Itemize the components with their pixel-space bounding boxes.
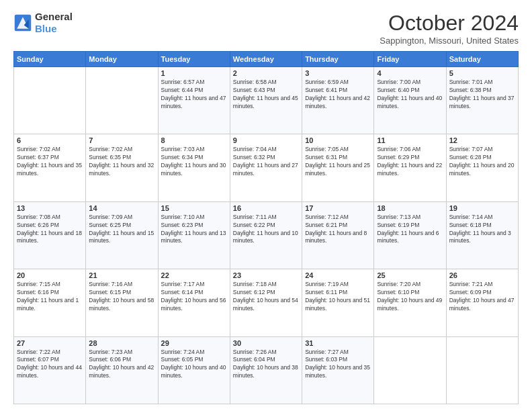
- calendar-week-2: 13Sunrise: 7:08 AM Sunset: 6:26 PM Dayli…: [14, 201, 519, 269]
- calendar-cell: 12Sunrise: 7:07 AM Sunset: 6:28 PM Dayli…: [446, 134, 518, 201]
- day-number: 3: [305, 69, 371, 77]
- day-number: 29: [161, 339, 227, 347]
- page: General Blue October 2024 Sappington, Mi…: [0, 0, 532, 411]
- day-content: Sunrise: 7:05 AM Sunset: 6:31 PM Dayligh…: [305, 146, 371, 178]
- day-number: 23: [233, 271, 299, 279]
- calendar-cell: [374, 336, 446, 404]
- calendar-cell: 31Sunrise: 7:27 AM Sunset: 6:03 PM Dayli…: [302, 336, 374, 404]
- day-number: 24: [305, 271, 371, 279]
- day-number: 6: [17, 136, 83, 144]
- calendar-header-saturday: Saturday: [446, 52, 518, 67]
- calendar-header-monday: Monday: [86, 52, 158, 67]
- day-number: 27: [17, 339, 83, 347]
- day-number: 21: [89, 271, 154, 279]
- day-number: 11: [377, 136, 443, 144]
- calendar-week-0: 1Sunrise: 6:57 AM Sunset: 6:44 PM Daylig…: [14, 67, 519, 134]
- calendar-cell: 7Sunrise: 7:02 AM Sunset: 6:35 PM Daylig…: [86, 134, 158, 201]
- calendar-cell: 22Sunrise: 7:17 AM Sunset: 6:14 PM Dayli…: [158, 269, 230, 336]
- logo: General Blue: [13, 11, 73, 35]
- calendar-cell: 24Sunrise: 7:19 AM Sunset: 6:11 PM Dayli…: [302, 269, 374, 336]
- calendar-cell: 14Sunrise: 7:09 AM Sunset: 6:25 PM Dayli…: [86, 201, 158, 269]
- calendar-cell: 1Sunrise: 6:57 AM Sunset: 6:44 PM Daylig…: [158, 67, 230, 134]
- day-number: 17: [305, 204, 371, 212]
- calendar-cell: 19Sunrise: 7:14 AM Sunset: 6:18 PM Dayli…: [446, 201, 518, 269]
- day-content: Sunrise: 7:11 AM Sunset: 6:22 PM Dayligh…: [233, 214, 299, 246]
- calendar-cell: 20Sunrise: 7:15 AM Sunset: 6:16 PM Dayli…: [14, 269, 86, 336]
- day-content: Sunrise: 7:24 AM Sunset: 6:05 PM Dayligh…: [161, 349, 227, 381]
- calendar-cell: 18Sunrise: 7:13 AM Sunset: 6:19 PM Dayli…: [374, 201, 446, 269]
- calendar-cell: 27Sunrise: 7:22 AM Sunset: 6:07 PM Dayli…: [14, 336, 86, 404]
- calendar-cell: 5Sunrise: 7:01 AM Sunset: 6:38 PM Daylig…: [446, 67, 518, 134]
- calendar-cell: 23Sunrise: 7:18 AM Sunset: 6:12 PM Dayli…: [230, 269, 302, 336]
- calendar-cell: 10Sunrise: 7:05 AM Sunset: 6:31 PM Dayli…: [302, 134, 374, 201]
- day-content: Sunrise: 7:13 AM Sunset: 6:19 PM Dayligh…: [377, 214, 443, 246]
- day-content: Sunrise: 7:18 AM Sunset: 6:12 PM Dayligh…: [233, 281, 299, 313]
- calendar-header-friday: Friday: [374, 52, 446, 67]
- day-content: Sunrise: 7:09 AM Sunset: 6:25 PM Dayligh…: [89, 214, 154, 246]
- day-number: 22: [161, 271, 227, 279]
- day-content: Sunrise: 7:20 AM Sunset: 6:10 PM Dayligh…: [377, 281, 443, 313]
- day-number: 9: [233, 136, 299, 144]
- calendar-header-wednesday: Wednesday: [230, 52, 302, 67]
- calendar-cell: [14, 67, 86, 134]
- month-title: October 2024: [380, 11, 519, 36]
- logo-icon: [13, 13, 32, 32]
- day-content: Sunrise: 7:03 AM Sunset: 6:34 PM Dayligh…: [161, 146, 227, 178]
- day-content: Sunrise: 6:59 AM Sunset: 6:41 PM Dayligh…: [305, 79, 371, 111]
- calendar-cell: 30Sunrise: 7:26 AM Sunset: 6:04 PM Dayli…: [230, 336, 302, 404]
- title-block: October 2024 Sappington, Missouri, Unite…: [380, 11, 519, 46]
- day-number: 4: [377, 69, 443, 77]
- day-number: 19: [449, 204, 515, 212]
- day-number: 1: [161, 69, 227, 77]
- logo-text: General Blue: [35, 11, 73, 35]
- calendar-cell: 13Sunrise: 7:08 AM Sunset: 6:26 PM Dayli…: [14, 201, 86, 269]
- day-content: Sunrise: 6:57 AM Sunset: 6:44 PM Dayligh…: [161, 79, 227, 111]
- calendar-header-sunday: Sunday: [14, 52, 86, 67]
- day-content: Sunrise: 7:12 AM Sunset: 6:21 PM Dayligh…: [305, 214, 371, 246]
- day-number: 28: [89, 339, 154, 347]
- day-content: Sunrise: 7:01 AM Sunset: 6:38 PM Dayligh…: [449, 79, 515, 111]
- day-content: Sunrise: 7:15 AM Sunset: 6:16 PM Dayligh…: [17, 281, 83, 313]
- day-content: Sunrise: 7:22 AM Sunset: 6:07 PM Dayligh…: [17, 349, 83, 381]
- location: Sappington, Missouri, United States: [380, 36, 519, 46]
- day-content: Sunrise: 7:27 AM Sunset: 6:03 PM Dayligh…: [305, 349, 371, 381]
- day-number: 2: [233, 69, 299, 77]
- calendar-cell: 26Sunrise: 7:21 AM Sunset: 6:09 PM Dayli…: [446, 269, 518, 336]
- calendar-cell: 21Sunrise: 7:16 AM Sunset: 6:15 PM Dayli…: [86, 269, 158, 336]
- day-content: Sunrise: 7:04 AM Sunset: 6:32 PM Dayligh…: [233, 146, 299, 178]
- calendar-cell: 9Sunrise: 7:04 AM Sunset: 6:32 PM Daylig…: [230, 134, 302, 201]
- day-number: 25: [377, 271, 443, 279]
- day-number: 18: [377, 204, 443, 212]
- day-content: Sunrise: 7:16 AM Sunset: 6:15 PM Dayligh…: [89, 281, 154, 313]
- day-content: Sunrise: 7:21 AM Sunset: 6:09 PM Dayligh…: [449, 281, 515, 313]
- calendar-cell: 3Sunrise: 6:59 AM Sunset: 6:41 PM Daylig…: [302, 67, 374, 134]
- day-number: 20: [17, 271, 83, 279]
- calendar-cell: 2Sunrise: 6:58 AM Sunset: 6:43 PM Daylig…: [230, 67, 302, 134]
- day-content: Sunrise: 7:06 AM Sunset: 6:29 PM Dayligh…: [377, 146, 443, 178]
- day-number: 31: [305, 339, 371, 347]
- day-content: Sunrise: 7:14 AM Sunset: 6:18 PM Dayligh…: [449, 214, 515, 246]
- day-number: 30: [233, 339, 299, 347]
- calendar-cell: 17Sunrise: 7:12 AM Sunset: 6:21 PM Dayli…: [302, 201, 374, 269]
- calendar-cell: 11Sunrise: 7:06 AM Sunset: 6:29 PM Dayli…: [374, 134, 446, 201]
- day-content: Sunrise: 7:26 AM Sunset: 6:04 PM Dayligh…: [233, 349, 299, 381]
- calendar-week-4: 27Sunrise: 7:22 AM Sunset: 6:07 PM Dayli…: [14, 336, 519, 404]
- calendar-cell: 28Sunrise: 7:23 AM Sunset: 6:06 PM Dayli…: [86, 336, 158, 404]
- calendar-header-tuesday: Tuesday: [158, 52, 230, 67]
- calendar-cell: 4Sunrise: 7:00 AM Sunset: 6:40 PM Daylig…: [374, 67, 446, 134]
- calendar-cell: 6Sunrise: 7:02 AM Sunset: 6:37 PM Daylig…: [14, 134, 86, 201]
- day-content: Sunrise: 7:10 AM Sunset: 6:23 PM Dayligh…: [161, 214, 227, 246]
- calendar-cell: [86, 67, 158, 134]
- day-number: 16: [233, 204, 299, 212]
- day-content: Sunrise: 7:23 AM Sunset: 6:06 PM Dayligh…: [89, 349, 154, 381]
- calendar-header-thursday: Thursday: [302, 52, 374, 67]
- day-number: 26: [449, 271, 515, 279]
- calendar-week-3: 20Sunrise: 7:15 AM Sunset: 6:16 PM Dayli…: [14, 269, 519, 336]
- day-content: Sunrise: 7:02 AM Sunset: 6:35 PM Dayligh…: [89, 146, 154, 178]
- day-number: 15: [161, 204, 227, 212]
- calendar-cell: 25Sunrise: 7:20 AM Sunset: 6:10 PM Dayli…: [374, 269, 446, 336]
- day-number: 14: [89, 204, 154, 212]
- calendar-cell: 8Sunrise: 7:03 AM Sunset: 6:34 PM Daylig…: [158, 134, 230, 201]
- calendar-cell: 29Sunrise: 7:24 AM Sunset: 6:05 PM Dayli…: [158, 336, 230, 404]
- day-content: Sunrise: 7:00 AM Sunset: 6:40 PM Dayligh…: [377, 79, 443, 111]
